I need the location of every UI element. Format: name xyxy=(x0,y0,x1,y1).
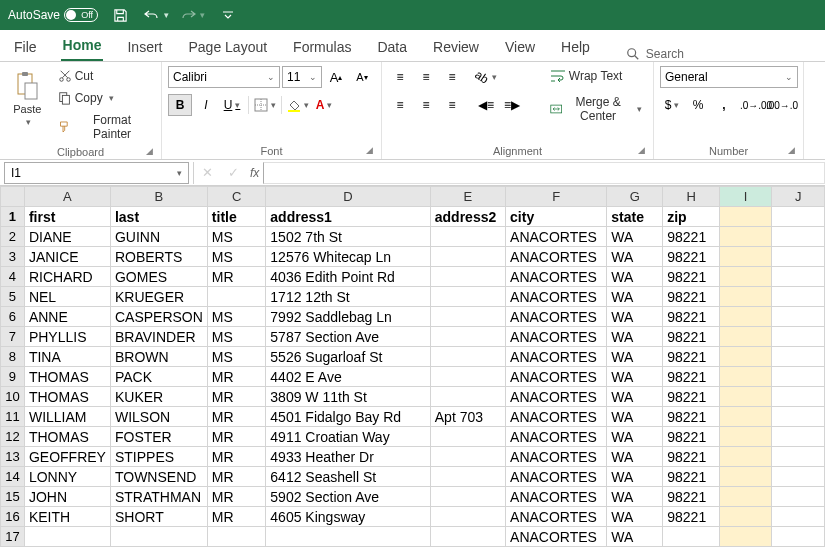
cell[interactable]: WA xyxy=(607,287,663,307)
cell[interactable]: city xyxy=(506,207,607,227)
cell[interactable]: WA xyxy=(607,487,663,507)
underline-button[interactable]: U▾ xyxy=(220,94,244,116)
cell[interactable] xyxy=(772,367,825,387)
increase-font-button[interactable]: A▴ xyxy=(324,66,348,88)
cell[interactable]: state xyxy=(607,207,663,227)
cell[interactable]: PACK xyxy=(110,367,207,387)
cell[interactable]: WA xyxy=(607,247,663,267)
tab-file[interactable]: File xyxy=(12,33,39,61)
cell[interactable]: WA xyxy=(607,387,663,407)
row-header[interactable]: 5 xyxy=(1,287,25,307)
cell[interactable]: TINA xyxy=(24,347,110,367)
cell[interactable]: 4036 Edith Point Rd xyxy=(266,267,430,287)
cell[interactable]: 98221 xyxy=(663,467,720,487)
row-header[interactable]: 11 xyxy=(1,407,25,427)
cell[interactable] xyxy=(772,227,825,247)
row-header[interactable]: 13 xyxy=(1,447,25,467)
cell[interactable]: 3809 W 11th St xyxy=(266,387,430,407)
cell[interactable] xyxy=(430,487,505,507)
cell[interactable]: BROWN xyxy=(110,347,207,367)
qat-customize-button[interactable] xyxy=(214,3,242,27)
cell[interactable] xyxy=(719,507,771,527)
cell[interactable] xyxy=(719,247,771,267)
col-header[interactable]: D xyxy=(266,187,430,207)
cell[interactable]: MS xyxy=(207,227,265,247)
cell[interactable]: 1712 12th St xyxy=(266,287,430,307)
cell[interactable]: ROBERTS xyxy=(110,247,207,267)
cell[interactable]: 4402 E Ave xyxy=(266,367,430,387)
cell[interactable]: NEL xyxy=(24,287,110,307)
row-header[interactable]: 10 xyxy=(1,387,25,407)
cell[interactable] xyxy=(772,407,825,427)
cell[interactable] xyxy=(430,227,505,247)
cell[interactable]: ANACORTES xyxy=(506,427,607,447)
cell[interactable]: STRATHMAN xyxy=(110,487,207,507)
cell[interactable] xyxy=(719,487,771,507)
cell[interactable]: GEOFFREY xyxy=(24,447,110,467)
cell[interactable] xyxy=(772,487,825,507)
cell[interactable]: 98221 xyxy=(663,507,720,527)
cell[interactable]: FOSTER xyxy=(110,427,207,447)
cell[interactable]: 98221 xyxy=(663,247,720,267)
undo-button[interactable]: ▾ xyxy=(142,3,170,27)
cell[interactable]: WILLIAM xyxy=(24,407,110,427)
cell[interactable]: MR xyxy=(207,447,265,467)
cut-button[interactable]: Cut xyxy=(53,66,155,86)
cell[interactable]: 98221 xyxy=(663,487,720,507)
alignment-launcher[interactable]: ◢ xyxy=(638,145,645,155)
cell[interactable]: 7992 Saddlebag Ln xyxy=(266,307,430,327)
cell[interactable] xyxy=(719,207,771,227)
col-header[interactable]: C xyxy=(207,187,265,207)
cell[interactable]: RICHARD xyxy=(24,267,110,287)
col-header[interactable]: B xyxy=(110,187,207,207)
decrease-font-button[interactable]: A▾ xyxy=(350,66,374,88)
cell[interactable]: MS xyxy=(207,307,265,327)
autosave-toggle[interactable]: AutoSave Off xyxy=(8,8,98,22)
cell[interactable]: ANACORTES xyxy=(506,527,607,547)
cell[interactable] xyxy=(719,447,771,467)
row-header[interactable]: 15 xyxy=(1,487,25,507)
cell[interactable] xyxy=(772,287,825,307)
cell[interactable]: SHORT xyxy=(110,507,207,527)
cell[interactable]: 98221 xyxy=(663,267,720,287)
cell[interactable] xyxy=(719,307,771,327)
cell[interactable]: 98221 xyxy=(663,227,720,247)
fill-color-button[interactable]: ▾ xyxy=(286,94,310,116)
cell[interactable]: MR xyxy=(207,487,265,507)
cell[interactable] xyxy=(772,247,825,267)
cell[interactable]: MR xyxy=(207,507,265,527)
cell[interactable]: 4605 Kingsway xyxy=(266,507,430,527)
cell[interactable] xyxy=(719,467,771,487)
increase-decimal-button[interactable]: .0→.00 xyxy=(744,94,768,116)
cell[interactable]: STIPPES xyxy=(110,447,207,467)
cell[interactable] xyxy=(719,347,771,367)
cell[interactable]: MR xyxy=(207,407,265,427)
row-header[interactable]: 6 xyxy=(1,307,25,327)
cell[interactable]: KUKER xyxy=(110,387,207,407)
cell[interactable]: ANACORTES xyxy=(506,507,607,527)
cell[interactable]: zip xyxy=(663,207,720,227)
cell[interactable]: WA xyxy=(607,327,663,347)
cell[interactable]: 12576 Whitecap Ln xyxy=(266,247,430,267)
cell[interactable]: JANICE xyxy=(24,247,110,267)
cell[interactable]: 98221 xyxy=(663,427,720,447)
cell[interactable]: WA xyxy=(607,407,663,427)
cell[interactable]: 5787 Section Ave xyxy=(266,327,430,347)
cell[interactable] xyxy=(430,247,505,267)
cell[interactable] xyxy=(772,507,825,527)
cell[interactable] xyxy=(430,367,505,387)
cell[interactable]: LONNY xyxy=(24,467,110,487)
col-header[interactable]: G xyxy=(607,187,663,207)
format-painter-button[interactable]: Format Painter xyxy=(53,110,155,144)
cell[interactable]: 4501 Fidalgo Bay Rd xyxy=(266,407,430,427)
tab-home[interactable]: Home xyxy=(61,31,104,61)
cell[interactable] xyxy=(719,407,771,427)
orientation-button[interactable]: ab▾ xyxy=(474,66,498,88)
row-header[interactable]: 2 xyxy=(1,227,25,247)
cell[interactable]: BRAVINDER xyxy=(110,327,207,347)
cell[interactable] xyxy=(772,307,825,327)
save-button[interactable] xyxy=(106,3,134,27)
cell[interactable]: MS xyxy=(207,327,265,347)
bold-button[interactable]: B xyxy=(168,94,192,116)
name-box[interactable]: I1▾ xyxy=(4,162,189,184)
